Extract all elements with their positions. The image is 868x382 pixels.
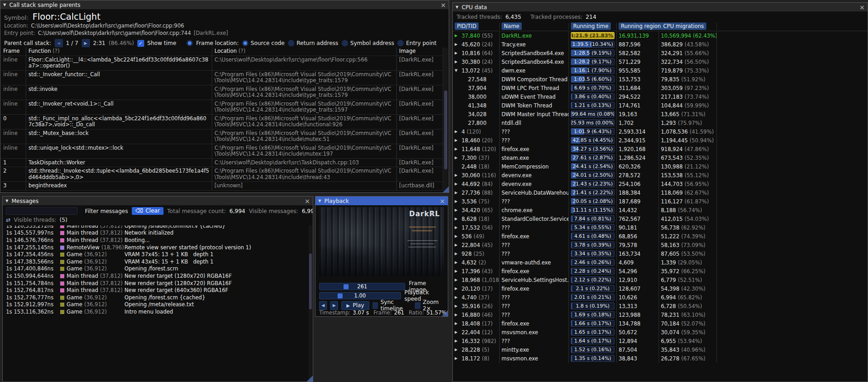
message-row[interactable]: 1s 120,335,272nsMain thread(37,812)Openi… [3,225,308,230]
expand-arrow-icon[interactable]: ▶ [455,321,460,326]
expand-arrow-icon[interactable]: ▶ [455,199,460,203]
cpu-row[interactable]: 2,448(18)MemCompression24.41 s (2.54%)62… [453,162,868,171]
cpu-row[interactable]: ▶4,740(37)???2.01 s (0.21%)10,6266,994(6… [453,293,868,302]
frame-image[interactable]: DarkRL [319,207,444,276]
collapse-icon[interactable]: ▼ [318,199,321,203]
pid-cell[interactable]: ▶4,740(37) [453,293,500,302]
pid-cell[interactable]: ▶27,736(88) [453,188,500,197]
column-frame[interactable]: Frame [1,47,26,56]
cpu-row[interactable]: ▶4,632(2)vmware-authd.exe2.46 s (0.26%)4… [453,258,868,267]
zoom-2x-checkbox[interactable] [415,302,420,309]
message-row[interactable]: 1s 152,764,817nsMain thread(37,812)New r… [3,286,308,294]
expand-arrow-icon[interactable]: ▶ [455,278,460,282]
cpu-row[interactable]: 37,904DWM LPC Port Thread6.69 s (0.70%)3… [453,84,868,92]
cpu-row[interactable]: ▶22,804(45)???3.78 s (0.39%)79,57858,163… [453,241,868,249]
cpu-row[interactable]: ▶28,228(5)mintty.exe1.52 s (0.16%)87,504… [453,345,868,354]
cpu-row[interactable]: ▶18,408(17)firefox.exe1.66 s (0.17%)134,… [453,319,868,328]
message-row[interactable]: 1s 147,400,846nsGame(36,912)Opening /for… [3,265,308,273]
scrollbar-thumb[interactable] [444,90,447,169]
collapse-icon[interactable]: ▼ [3,3,6,7]
message-row[interactable]: 1s 147,383,566nsGame(36,912)VRAM 43x45: … [3,258,308,265]
cpu-row[interactable]: ▶3,536(75)???20.05 s (2.08%)187,689116,1… [453,197,868,206]
cpu-row[interactable]: ▶17,396(43)firefox.exe2.28 s (0.24%)54,2… [453,267,868,275]
pid-cell[interactable]: ▶11,648(120) [453,145,500,153]
function-cell[interactable]: std::unique_lock<std::mutex>::lock [26,144,212,159]
clear-button[interactable]: ⌫ Clear [132,207,163,215]
message-row[interactable]: 1s 152,912,997nsGame(36,912)Opening /met… [3,301,308,309]
step-back-button[interactable]: ◀ [319,301,327,310]
expand-arrow-icon[interactable]: ▶ [455,339,460,343]
message-row[interactable]: 1s 145,557,997nsMain thread(37,812)Netwo… [3,230,308,237]
resize-grip[interactable] [443,186,449,192]
pid-cell[interactable]: 37,904 [453,84,500,92]
cpu-row[interactable]: ▶7,300(37)steam.exe27.61 s (2.87%)1,286,… [453,153,868,162]
expand-arrow-icon[interactable]: ▶ [455,138,460,142]
expand-arrow-icon[interactable]: ▶ [455,191,460,195]
pid-cell[interactable]: 34,028 [453,110,500,118]
filter-input[interactable] [6,207,78,215]
pid-cell[interactable]: ▶18,968(1,018) [453,275,500,284]
pid-cell[interactable]: ▶22,404(12) [453,328,500,337]
shuffle-icon[interactable]: ⇄ [6,217,11,223]
column-pid-tid[interactable]: PID/TID [453,23,500,29]
pid-cell[interactable]: ▶28,228(5) [453,345,500,354]
callstack-row[interactable]: 3beginthreadex[unknown][ucrtbase.dll] [1,182,443,191]
pid-cell[interactable]: ▶37,840(55) [453,31,500,40]
pid-cell[interactable]: 27,800 [453,118,500,127]
cpu-row[interactable]: ▶34,420(65)chrome.exe11.11 s (1.15%)14,4… [453,206,868,214]
message-row[interactable]: 1s 147,354,456nsGame(36,912)VRAM 37x45: … [3,251,308,258]
column-running-regions[interactable]: Running regions [617,23,659,29]
close-icon[interactable]: × [440,2,446,8]
message-row[interactable]: 1s 150,994,644nsMain thread(37,812)New r… [3,272,308,280]
cpu-row[interactable]: 34,028DWM Master Input Thread799.64 ms (… [453,110,868,118]
sync-timeline-checkbox[interactable] [372,302,378,309]
pid-cell[interactable]: ▶17,532(56) [453,223,500,232]
pid-cell[interactable]: ▶10,816(64) [453,49,500,57]
pid-cell[interactable]: ▼13,072(45) [453,66,500,75]
pid-cell[interactable]: ▶16,880(46) [453,310,500,319]
scrollbar-thumb[interactable] [309,253,312,309]
expand-arrow-icon[interactable]: ▶ [455,156,460,160]
cpu-titlebar[interactable]: ▼ CPU data × [453,3,868,11]
pid-cell[interactable]: ▶45,620(24) [453,40,500,49]
pid-cell[interactable]: ▶7,300(37) [453,153,500,162]
messages-scrollbar[interactable] [309,225,312,381]
cpu-row[interactable]: ▶22,404(12)msvsmon.exe1.65 s (0.17%)50,6… [453,328,868,337]
prev-parent-button[interactable]: ◀ [55,39,63,47]
expand-arrow-icon[interactable]: ▶ [455,60,460,64]
cpu-row[interactable]: 38,000uDWM Event Thread3.86 s (0.40%)294… [453,92,868,101]
expand-arrow-icon[interactable]: ▶ [455,313,460,317]
callstack-row[interactable]: 0std::_Func_impl_no_alloc<<lambda_5bc224… [1,115,443,129]
cpu-row[interactable]: ▶30,380(24)ScriptedSandbox64.exe1:28.2 (… [453,57,868,66]
pid-cell[interactable]: 27,548 [453,75,500,84]
expand-arrow-icon[interactable]: ▶ [455,147,460,151]
column-function[interactable]: Function (?) [26,47,212,56]
expand-arrow-icon[interactable]: ▶ [455,269,460,273]
expand-arrow-icon[interactable]: ▶ [455,356,460,360]
expand-arrow-icon[interactable]: ▶ [455,260,460,264]
close-icon[interactable]: × [304,198,310,204]
message-row[interactable]: 1s 151,754,784nsMain thread(37,812)New r… [3,280,308,287]
cpu-row[interactable]: ▶8,628(18)StandardCollector.Service.e7.8… [453,214,868,223]
cpu-row[interactable]: ▶18,460(20)???42.85 s (4.45%)2,344,9151,… [453,136,868,145]
cpu-row[interactable]: ▶44,692(84)devenv.exe21.43 s (2.23%)254,… [453,180,868,188]
function-cell[interactable]: std::invoke [26,85,212,100]
close-icon[interactable]: × [859,5,865,10]
cpu-row[interactable]: ▶16,332(982)???1.64 s (0.17%)12,8946,955… [453,337,868,345]
callstack-row[interactable]: inlinestd::_Mutex_base::lockC:\Program F… [1,129,443,144]
pid-cell[interactable]: ▶16,332(982) [453,337,500,345]
cpu-row[interactable]: 27,800ntdll.dll25.93 ms (0.00%)1,7021,29… [453,118,868,127]
message-row[interactable]: 1s 153,116,362nsGame(36,912)Intro menu l… [3,308,308,315]
pid-cell[interactable]: 2,448(18) [453,162,500,171]
cpu-row[interactable]: ▶45,620(24)Tracy.exe1:39.5 (10.34%)887,5… [453,40,868,49]
expand-arrow-icon[interactable]: ▶ [455,295,460,299]
cpu-row[interactable]: 41,348DWM Token Thread1.21 s (0.13%)174,… [453,101,868,110]
pid-cell[interactable]: ▶18,408(17) [453,319,500,328]
messages-titlebar[interactable]: ▼ Messages × [3,197,313,205]
cpu-row[interactable]: ▶4(120)???1:01.9 (6.43%)2,593,3141,078,5… [453,127,868,136]
expand-arrow-icon[interactable]: ▶ [455,243,460,247]
column-running-time[interactable]: Running time [569,23,617,29]
expand-arrow-icon[interactable]: ▶ [455,234,460,238]
cpu-row[interactable]: ▼13,072(45)dwm.exe1:16.1 (7.90%)955,5857… [453,66,868,75]
expand-arrow-icon[interactable]: ▶ [455,182,460,186]
